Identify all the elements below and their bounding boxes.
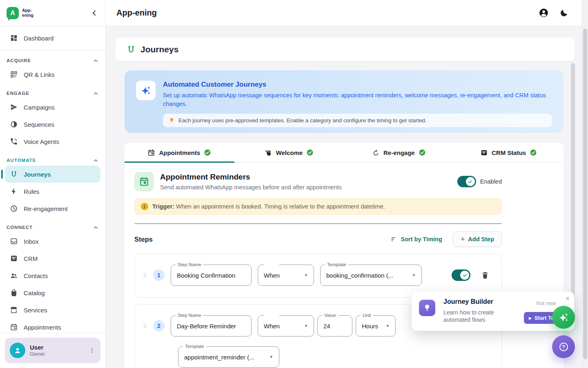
step-number: 1: [153, 269, 165, 281]
sidebar-item-label: Rules: [24, 188, 39, 195]
tab-welcome[interactable]: Welcome: [234, 143, 344, 162]
phone-icon: [10, 137, 18, 146]
sidebar-header: A App- ening: [0, 0, 105, 26]
page-scrollbar-thumb[interactable]: [583, 29, 587, 359]
field-value: Hours: [362, 323, 378, 330]
sort-icon: [390, 236, 398, 243]
sidebar-item-journeys[interactable]: Journeys: [5, 166, 100, 183]
tab-appointments[interactable]: Appointments: [125, 143, 234, 162]
sidebar-item-contacts[interactable]: Contacts: [5, 267, 100, 284]
tab-crm-status[interactable]: CRM Status: [454, 143, 564, 162]
sidebar-item-voice-agents[interactable]: Voice Agents: [5, 133, 100, 150]
lightbulb-icon: [169, 117, 175, 123]
check-badge-icon: [306, 149, 314, 156]
sidebar-item-re-engagement[interactable]: Re-engagement: [5, 200, 100, 217]
unit-select[interactable]: Unit Hours ▼: [356, 315, 396, 337]
value-field[interactable]: Value 24: [317, 315, 352, 337]
sidebar-section-engage[interactable]: ENGAGE: [0, 88, 105, 99]
calendar-icon: [10, 323, 18, 331]
user-menu-button[interactable]: [88, 347, 96, 354]
step-name-field[interactable]: Step Name Booking Confirmation: [171, 265, 252, 286]
question-mark-icon: ?: [559, 343, 568, 351]
toggle-knob: [460, 271, 469, 280]
check-badge-icon: [419, 149, 426, 156]
sort-by-timing-button[interactable]: Sort by Timing: [390, 236, 442, 243]
calendar-icon: [147, 149, 155, 157]
caret-down-icon: ▼: [383, 324, 390, 328]
sidebar-collapse-button[interactable]: [91, 9, 98, 17]
add-step-button[interactable]: + Add Step: [453, 231, 502, 247]
help-fab[interactable]: ?: [552, 335, 575, 358]
drag-handle-icon[interactable]: [142, 323, 148, 329]
journeys-panel: Appointments Welcome Re-engage CRM Statu…: [125, 143, 564, 368]
sidebar-footer: User Owner: [0, 333, 105, 368]
drag-handle-icon[interactable]: [142, 272, 148, 278]
plus-icon: +: [461, 236, 465, 243]
sidebar-item-label: Sequences: [24, 121, 54, 128]
section-title: Appointment Reminders: [160, 173, 342, 182]
sidebar-item-services[interactable]: Services: [5, 301, 100, 319]
check-badge-icon: [204, 149, 211, 156]
send-icon: [10, 103, 18, 111]
sequence-icon: [10, 120, 18, 128]
field-label: Template: [325, 262, 348, 268]
ai-assistant-fab[interactable]: [552, 306, 575, 329]
dark-mode-icon[interactable]: [559, 9, 568, 18]
chevron-up-icon: [93, 90, 99, 96]
user-card[interactable]: User Owner: [5, 338, 100, 363]
sidebar-item-label: QR & Links: [24, 71, 55, 78]
storefront-icon: [10, 306, 18, 314]
chevron-up-icon: [93, 224, 99, 231]
when-select[interactable]: When ▼: [258, 265, 314, 286]
sidebar-item-rules[interactable]: Rules: [5, 183, 100, 200]
field-value: booking_confirmation (...: [326, 272, 393, 279]
not-now-button[interactable]: Not now: [536, 300, 556, 306]
sidebar-item-crm[interactable]: CRM: [5, 250, 100, 267]
sidebar-item-appointments[interactable]: Appointments: [5, 319, 100, 333]
trigger-banner: i Trigger: When an appointment is booked…: [134, 198, 502, 215]
field-value: When: [264, 323, 280, 330]
sidebar-item-campaigns[interactable]: Campaigns: [5, 99, 100, 116]
sidebar-item-sequences[interactable]: Sequences: [5, 116, 100, 133]
account-icon[interactable]: [539, 8, 549, 18]
step-card-1: 1 Step Name Booking Confirmation When ▼ …: [134, 254, 502, 298]
waving-hand-icon: [265, 149, 272, 157]
sidebar-section-automate[interactable]: AUTOMATE: [0, 155, 105, 166]
close-icon[interactable]: ×: [565, 295, 570, 302]
tab-label: Welcome: [276, 149, 303, 156]
sidebar-section-acquire[interactable]: ACQUIRE: [0, 55, 105, 66]
sidebar-section-connect[interactable]: CONNECT: [0, 222, 105, 233]
sidebar-item-qr-links[interactable]: QR & Links: [5, 66, 100, 83]
when-select[interactable]: When ▼: [258, 315, 314, 337]
banner-tip: Each journey uses pre-approved templates…: [163, 114, 552, 127]
sidebar-item-inbox[interactable]: Inbox: [5, 233, 100, 250]
delete-step-icon[interactable]: [481, 271, 489, 279]
dashboard-icon: [10, 34, 18, 42]
caret-down-icon: ▼: [409, 273, 416, 277]
sidebar-item-dashboard[interactable]: Dashboard: [5, 29, 100, 47]
enabled-toggle[interactable]: [457, 176, 476, 187]
app-logo-text: App- ening: [22, 8, 33, 18]
panel-scrollbar-thumb[interactable]: [571, 63, 575, 320]
step-enabled-toggle[interactable]: [452, 269, 470, 281]
toggle-knob: [466, 177, 475, 186]
template-select[interactable]: Template appointment_reminder (... ▼: [178, 346, 279, 368]
play-icon: ▶: [529, 316, 532, 320]
appointment-reminders-header: Appointment Reminders Send automated Wha…: [134, 172, 502, 191]
divider: [134, 223, 502, 224]
tab-label: CRM Status: [492, 149, 526, 156]
step-number: 2: [153, 320, 165, 332]
sidebar-item-catalog[interactable]: Catalog: [5, 284, 100, 301]
sidebar-item-label: Campaigns: [24, 104, 55, 111]
tab-re-engage[interactable]: Re-engage: [344, 143, 454, 162]
field-value: Day-Before Reminder: [177, 323, 236, 330]
caret-down-icon: ▼: [301, 324, 308, 328]
step-name-field[interactable]: Step Name Day-Before Reminder: [171, 315, 252, 337]
qr-code-icon: [10, 70, 18, 79]
caret-down-icon: ▼: [301, 273, 308, 277]
template-select[interactable]: Template booking_confirmation (... ▼: [320, 265, 422, 286]
user-name: User: [30, 344, 45, 351]
sidebar-item-label: Catalog: [24, 289, 45, 296]
field-label: Unit: [361, 312, 373, 319]
toggle-label: Enabled: [480, 178, 502, 185]
